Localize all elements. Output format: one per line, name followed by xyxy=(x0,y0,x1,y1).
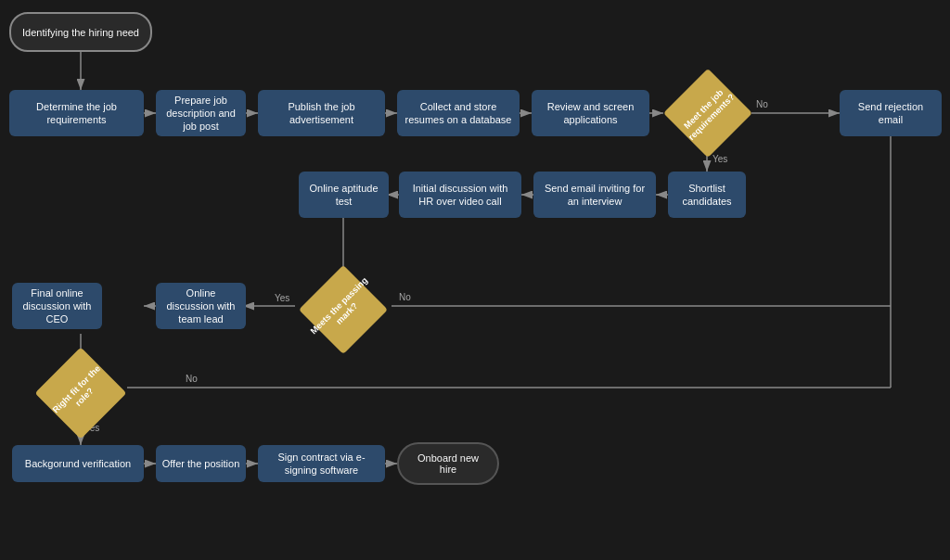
diamond2-wrap: Meets the passing mark? xyxy=(295,278,392,341)
step2-box: Prepare job description and job post xyxy=(156,90,246,136)
step6-box: Send rejection email xyxy=(840,90,942,136)
step10-box: Online aptitude test xyxy=(299,172,389,218)
step7-box: Shortlist candidates xyxy=(668,172,746,218)
step14-box: Offer the position xyxy=(156,445,246,482)
svg-text:No: No xyxy=(399,292,411,302)
diamond3-wrap: Right fit for the role? xyxy=(31,362,131,425)
step5-box: Review and screen applications xyxy=(532,90,649,136)
step4-box: Collect and store resumes on a database xyxy=(397,90,520,136)
diamond1-wrap: Meet the job requirements? xyxy=(663,82,751,145)
step9-box: Initial discussion with HR over video ca… xyxy=(399,172,521,218)
svg-text:Yes: Yes xyxy=(275,293,289,303)
step1-box: Determine the job requirements xyxy=(9,90,144,136)
step11-box: Online discussion with team lead xyxy=(156,283,246,329)
step3-box: Publish the job advertisement xyxy=(258,90,385,136)
svg-text:No: No xyxy=(756,99,768,109)
svg-text:Yes: Yes xyxy=(712,154,727,164)
step8-box: Send email inviting for an interview xyxy=(533,172,656,218)
step15-box: Sign contract via e-signing software xyxy=(258,445,385,482)
step12-box: Final online discussion with CEO xyxy=(12,283,102,329)
svg-text:No: No xyxy=(186,374,198,384)
start-node: Identifying the hiring need xyxy=(9,12,152,52)
flowchart: No Yes Yes No Yes No Identifying the hir… xyxy=(0,0,950,560)
step16-box: Onboard new hire xyxy=(397,442,499,485)
step13-box: Backgorund verification xyxy=(12,445,144,482)
